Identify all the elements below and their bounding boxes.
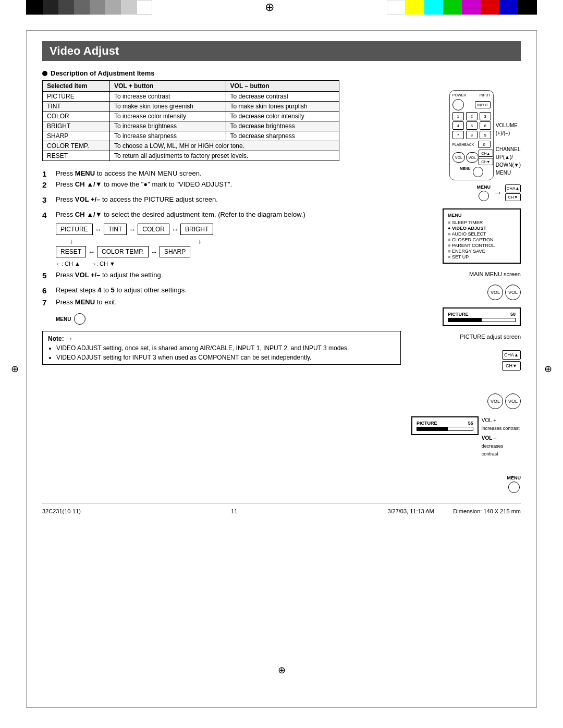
bar-gray1 bbox=[43, 0, 58, 15]
step7-text: Press MENU to exit. bbox=[56, 298, 117, 306]
bar-red bbox=[481, 0, 499, 15]
vol5-right[interactable]: VOL bbox=[505, 393, 521, 409]
section-title: Video Adjust bbox=[42, 41, 521, 61]
btn-8[interactable]: 8 bbox=[466, 131, 478, 139]
vol-plus-btn[interactable]: VOL bbox=[466, 152, 479, 163]
step5: 5 Press VOL +/– to adjust the setting. bbox=[42, 271, 401, 280]
step1-text: Press MENU to access the MAIN MENU scree… bbox=[56, 169, 202, 177]
step6: 6 Repeat steps 4 to 5 to adjust other se… bbox=[42, 286, 401, 295]
btn-0[interactable]: 0 bbox=[478, 141, 491, 148]
sharp-vol-minus: To decrease sharpness bbox=[226, 131, 339, 141]
diag-color: COLOR bbox=[138, 224, 169, 235]
vol-right-btn[interactable]: VOL bbox=[505, 285, 521, 300]
chv-illus[interactable]: CH▼ bbox=[505, 193, 521, 201]
picture-adjust-screen: PICTURE 50 bbox=[443, 307, 521, 326]
bar-white bbox=[137, 0, 152, 15]
step4-text: Press CH ▲/▼ to select the desired adjus… bbox=[56, 211, 305, 218]
step7: 7 Press MENU to exit. bbox=[42, 298, 401, 307]
diag-arrow5: ↔ bbox=[151, 248, 157, 256]
step3-text: Press VOL +/– to access the PICTURE adju… bbox=[56, 195, 218, 203]
footer-center: 11 bbox=[231, 508, 237, 514]
menu-label-step7: MENU bbox=[56, 316, 71, 322]
footer: 32C231(10-11) 11 3/27/03, 11:13 AM Dimen… bbox=[42, 503, 521, 514]
item-tint: TINT bbox=[43, 102, 110, 112]
btn-5[interactable]: 5 bbox=[466, 121, 478, 130]
bar-white2 bbox=[387, 0, 406, 15]
remote-control: POWER INPUT INPUT 1 2 3 4 bbox=[449, 90, 494, 180]
cha-step4[interactable]: CHA▲ bbox=[502, 350, 521, 360]
menu-circle-step7-right[interactable] bbox=[508, 482, 520, 493]
step5-text: Press VOL +/– to adjust the setting. bbox=[56, 271, 163, 279]
bright-vol-minus: To decrease brightness bbox=[226, 121, 339, 131]
bar-green bbox=[443, 0, 462, 15]
item-sharp: SHARP bbox=[43, 131, 110, 141]
top-bar-left bbox=[26, 0, 152, 15]
menu-btn-remote[interactable] bbox=[473, 167, 483, 177]
btn-2[interactable]: 2 bbox=[466, 112, 478, 120]
item-colortemp: COLOR TEMP. bbox=[43, 141, 110, 151]
power-label: POWER bbox=[452, 93, 466, 97]
btn-1[interactable]: 1 bbox=[452, 112, 464, 120]
cha-illus[interactable]: CHA▲ bbox=[505, 184, 521, 192]
remote-area: POWER INPUT INPUT 1 2 3 4 bbox=[449, 90, 521, 180]
diag-arrow3: ↔ bbox=[172, 226, 178, 233]
page-content: ⊕ ⊕ ⊕ Video Adjust Description of Adjust… bbox=[0, 15, 563, 723]
menu-circle-step7[interactable] bbox=[74, 313, 85, 325]
note-bullet1: VIDEO ADJUST setting, once set, is share… bbox=[56, 344, 395, 352]
vol5-left[interactable]: VOL bbox=[487, 393, 503, 409]
cha-btn[interactable]: CH▲ bbox=[479, 150, 493, 157]
picture-vol-plus: To increase contrast bbox=[109, 92, 226, 102]
btn-3[interactable]: 3 bbox=[480, 112, 491, 120]
table-row: BRIGHT To increase brightness To decreas… bbox=[43, 121, 339, 131]
note-bullet2: VIDEO ADJUST setting for INPUT 3 when us… bbox=[56, 354, 395, 361]
bar-gray4 bbox=[90, 0, 105, 15]
colortemp-desc: To choose a LOW, ML, MH or HIGH color to… bbox=[109, 141, 339, 151]
diag-sharp: SHARP bbox=[160, 246, 190, 257]
vol-plus-label: VOL + bbox=[482, 416, 521, 425]
top-bar-right bbox=[387, 0, 537, 15]
bar-blue bbox=[499, 0, 518, 15]
btn-6[interactable]: 6 bbox=[480, 121, 491, 130]
diag-reset: RESET bbox=[56, 246, 86, 257]
btn-9[interactable]: 9 bbox=[480, 131, 491, 139]
reset-desc: To return all adjustments to factory pre… bbox=[109, 151, 339, 161]
input-label-remote: INPUT bbox=[480, 93, 491, 97]
diag-arrow4: ↔ bbox=[88, 248, 95, 256]
bar-cyan bbox=[424, 0, 443, 15]
step4: 4 Press CH ▲/▼ to select the desired adj… bbox=[42, 211, 401, 267]
vol-plus-desc: increases contrast bbox=[482, 425, 521, 432]
crosshair-top: ⊕ bbox=[152, 0, 387, 15]
vol-minus-btn[interactable]: VOL bbox=[452, 152, 465, 163]
page-border: ⊕ ⊕ ⊕ Video Adjust Description of Adjust… bbox=[26, 30, 537, 708]
step4-number: 4 bbox=[42, 211, 52, 219]
diag-tint: TINT bbox=[104, 224, 127, 235]
step6-text: Repeat steps 4 to 5 to adjust other sett… bbox=[56, 286, 187, 294]
bullet-dot bbox=[42, 71, 47, 76]
crosshair-bottom: ⊕ bbox=[278, 664, 286, 676]
menu-step7-illustration: MENU bbox=[507, 475, 521, 493]
color-vol-minus: To decrease color intensity bbox=[226, 112, 339, 121]
chv-step4[interactable]: CH▼ bbox=[502, 361, 521, 371]
item-reset: RESET bbox=[43, 151, 110, 161]
step3: 3 Press VOL +/– to access the PICTURE ad… bbox=[42, 195, 401, 204]
ch-btns-step4: CHA▲ CH▼ bbox=[502, 350, 521, 371]
chv-btn[interactable]: CH▼ bbox=[479, 158, 493, 165]
bar-black bbox=[26, 0, 43, 15]
vol-btns-step5: VOL VOL bbox=[487, 393, 521, 409]
power-btn[interactable] bbox=[452, 99, 464, 110]
diag-bright: BRIGHT bbox=[180, 224, 213, 235]
col-vol-plus: VOL + button bbox=[109, 81, 226, 92]
bar-yellow bbox=[406, 0, 424, 15]
desc-heading-text: Description of Adjustment Items bbox=[51, 69, 155, 77]
menu-circle-illus[interactable] bbox=[479, 191, 489, 201]
step7-number: 7 bbox=[42, 298, 52, 307]
input-btn[interactable]: INPUT bbox=[475, 101, 491, 108]
diag-picture: PICTURE bbox=[56, 224, 93, 235]
table-row: PICTURE To increase contrast To decrease… bbox=[43, 92, 339, 102]
btn-7[interactable]: 7 bbox=[452, 131, 464, 139]
color-vol-plus: To increase color intensity bbox=[109, 112, 226, 121]
vol-btns-step3: VOL VOL bbox=[487, 285, 521, 300]
crosshair-left: ⊕ bbox=[11, 363, 19, 375]
btn-4[interactable]: 4 bbox=[452, 121, 464, 130]
vol-left-btn[interactable]: VOL bbox=[487, 285, 503, 300]
